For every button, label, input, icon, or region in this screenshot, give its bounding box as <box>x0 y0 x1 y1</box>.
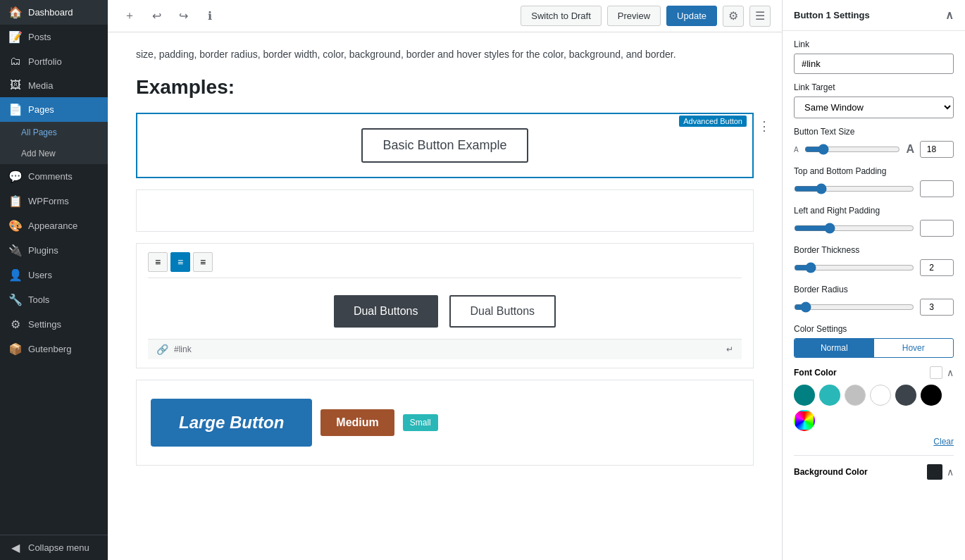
sidebar-item-comments[interactable]: 💬 Comments <box>0 164 108 189</box>
undo-button[interactable]: ↩ <box>146 6 167 27</box>
sidebar-item-portfolio[interactable]: 🗂 Portfolio <box>0 49 108 73</box>
bg-color-collapse[interactable]: ∧ <box>947 466 954 478</box>
align-left-button[interactable]: ≡ <box>148 252 168 272</box>
settings-gear-button[interactable]: ⚙ <box>723 6 744 27</box>
sidebar-item-posts[interactable]: 📝 Posts <box>0 25 108 49</box>
font-color-header: Font Color ∧ <box>794 366 954 379</box>
sidebar-item-collapse[interactable]: ◀ Collapse menu <box>0 535 108 560</box>
border-thickness-slider[interactable] <box>794 262 914 273</box>
sidebar-item-gutenberg[interactable]: 📦 Gutenberg <box>0 337 108 361</box>
color-tab-hover[interactable]: Hover <box>874 339 954 357</box>
dual-button-outline[interactable]: Dual Buttons <box>449 295 556 328</box>
bg-color-swatch[interactable] <box>927 464 942 480</box>
font-color-swatch[interactable] <box>930 366 942 379</box>
clear-link[interactable]: Clear <box>794 437 954 447</box>
description-text: size, padding, border radius, border wid… <box>136 46 754 62</box>
right-sidebar: Button 1 Settings ∧ Link Link Target Sam… <box>782 0 965 560</box>
left-right-padding-number[interactable] <box>920 220 954 237</box>
swatch-silver[interactable] <box>845 385 866 406</box>
top-bottom-padding-row <box>794 180 954 197</box>
sidebar-item-plugins[interactable]: 🔌 Plugins <box>0 238 108 263</box>
settings-title: Button 1 Settings <box>794 10 870 20</box>
swatch-teal[interactable] <box>794 385 815 406</box>
redo-button[interactable]: ↪ <box>173 6 194 27</box>
btn-text-size-slider[interactable] <box>804 144 901 155</box>
swatch-black[interactable] <box>921 385 942 406</box>
posts-icon: 📝 <box>8 30 23 44</box>
block-options-button[interactable]: ⋮ <box>755 116 773 137</box>
border-radius-label: Border Radius <box>794 285 954 294</box>
link-label: Link <box>794 39 954 49</box>
dual-button-filled[interactable]: Dual Buttons <box>334 295 438 328</box>
sidebar-item-all-pages[interactable]: All Pages <box>0 122 108 143</box>
media-icon: 🖼 <box>8 79 23 92</box>
link-input[interactable] <box>794 54 954 74</box>
update-button[interactable]: Update <box>666 6 717 26</box>
border-radius-number[interactable]: 3 <box>920 299 954 316</box>
swatch-dark-gray[interactable] <box>895 385 916 406</box>
border-radius-row: 3 <box>794 299 954 316</box>
medium-button[interactable]: Medium <box>320 409 394 436</box>
border-thickness-number[interactable]: 2 <box>920 259 954 276</box>
btn-text-size-row: A A 18 <box>794 141 954 158</box>
large-buttons-block: Large Button Medium Small <box>136 380 754 466</box>
border-radius-slider[interactable] <box>794 301 914 313</box>
sidebar-item-tools[interactable]: 🔧 Tools <box>0 287 108 312</box>
color-settings-label: Color Settings <box>794 324 954 334</box>
sidebar: 🏠 Dashboard 📝 Posts 🗂 Portfolio 🖼 Media … <box>0 0 108 560</box>
settings-body: Link Link Target Same Window New Window … <box>783 31 965 494</box>
dual-buttons-row: Dual Buttons Dual Buttons <box>148 284 742 339</box>
left-right-padding-label: Left and Right Padding <box>794 206 954 216</box>
switch-to-draft-button[interactable]: Switch to Draft <box>521 6 602 26</box>
text-size-large-label: A <box>906 143 914 156</box>
topbar: ＋ ↩ ↪ ℹ Switch to Draft Preview Update ⚙… <box>108 0 782 32</box>
info-button[interactable]: ℹ <box>199 6 220 27</box>
sidebar-pages-submenu: All Pages Add New <box>0 122 108 164</box>
font-color-swatches <box>794 385 954 431</box>
portfolio-icon: 🗂 <box>8 55 23 68</box>
dual-buttons-block: ≡ ≡ ≡ Dual Buttons Dual Buttons 🔗 #link … <box>136 243 754 368</box>
link-target-label: Link Target <box>794 82 954 92</box>
sidebar-item-add-new[interactable]: Add New <box>0 143 108 164</box>
users-icon: 👤 <box>8 268 23 282</box>
wpforms-icon: 📋 <box>8 194 23 208</box>
sidebar-item-media[interactable]: 🖼 Media <box>0 73 108 97</box>
basic-example-button[interactable]: Basic Button Example <box>361 128 528 163</box>
preview-button[interactable]: Preview <box>607 6 661 26</box>
top-bottom-padding-label: Top and Bottom Padding <box>794 166 954 176</box>
sidebar-item-dashboard[interactable]: 🏠 Dashboard <box>0 0 108 25</box>
collapse-icon: ◀ <box>8 541 23 554</box>
align-right-button[interactable]: ≡ <box>193 252 213 272</box>
swatch-white[interactable] <box>870 385 891 406</box>
dual-buttons-inner: ≡ ≡ ≡ Dual Buttons Dual Buttons 🔗 #link … <box>137 244 753 368</box>
border-thickness-row: 2 <box>794 259 954 276</box>
layout-button[interactable]: ☰ <box>749 6 771 27</box>
main-area: ＋ ↩ ↪ ℹ Switch to Draft Preview Update ⚙… <box>108 0 782 560</box>
btn-text-size-number[interactable]: 18 <box>920 141 954 158</box>
sidebar-item-appearance[interactable]: 🎨 Appearance <box>0 213 108 238</box>
left-right-padding-slider[interactable] <box>794 223 914 234</box>
dashboard-icon: 🏠 <box>8 6 23 19</box>
font-color-collapse[interactable]: ∧ <box>947 367 954 378</box>
align-center-button[interactable]: ≡ <box>170 252 190 272</box>
text-size-small-label: A <box>794 146 799 154</box>
bg-color-header: Background Color ∧ <box>794 464 954 480</box>
sidebar-item-settings[interactable]: ⚙ Settings <box>0 312 108 337</box>
top-bottom-padding-slider[interactable] <box>794 183 914 194</box>
settings-collapse-icon[interactable]: ∧ <box>945 8 954 22</box>
top-bottom-padding-number[interactable] <box>920 180 954 197</box>
appearance-icon: 🎨 <box>8 219 23 232</box>
add-block-button[interactable]: ＋ <box>119 6 140 27</box>
large-buttons-inner: Large Button Medium Small <box>137 380 753 465</box>
swatch-light-teal[interactable] <box>819 385 840 406</box>
tools-icon: 🔧 <box>8 293 23 306</box>
color-tab-normal[interactable]: Normal <box>795 339 874 357</box>
swatch-rainbow[interactable] <box>794 410 815 431</box>
link-target-select[interactable]: Same Window New Window <box>794 97 954 118</box>
sidebar-item-wpforms[interactable]: 📋 WPForms <box>0 189 108 213</box>
small-button[interactable]: Small <box>403 414 438 431</box>
sidebar-item-pages[interactable]: 📄 Pages <box>0 97 108 122</box>
basic-button-block: Advanced Button ⋮ Basic Button Example <box>136 113 754 178</box>
sidebar-item-users[interactable]: 👤 Users <box>0 263 108 287</box>
large-button[interactable]: Large Button <box>151 399 312 447</box>
